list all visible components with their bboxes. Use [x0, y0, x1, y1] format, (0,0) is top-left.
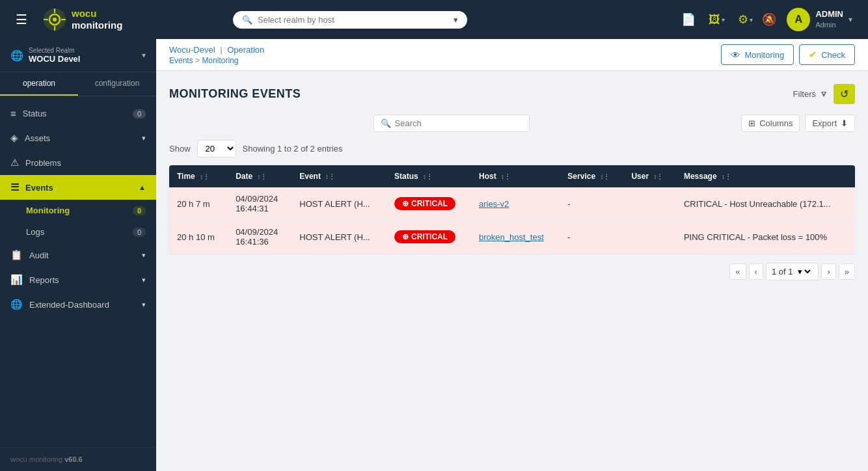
breadcrumb-sub1[interactable]: Events	[169, 56, 193, 65]
eye-icon: 👁	[731, 49, 740, 61]
cell-host-1[interactable]: broken_host_test	[471, 221, 560, 254]
sidebar-item-status-label: Status	[23, 109, 47, 118]
monitoring-button[interactable]: 👁 Monitoring	[721, 44, 794, 65]
cell-host-0[interactable]: aries-v2	[471, 187, 560, 221]
status-badge-1: ⊕ CRITICAL	[394, 230, 455, 243]
assets-chevron-icon: ▾	[142, 134, 146, 142]
gear-chevron-icon: ▾	[750, 16, 753, 23]
message-sort-icon[interactable]: ↕⋮	[722, 173, 731, 180]
refresh-button[interactable]: ↺	[834, 84, 855, 104]
problems-icon: ⚠	[10, 157, 19, 168]
cell-user-0	[623, 187, 675, 221]
col-status: Status ↕⋮	[387, 165, 471, 187]
pagination-first-button[interactable]: «	[729, 263, 746, 280]
status-sort-icon[interactable]: ↕⋮	[423, 173, 433, 180]
col-service: Service ↕⋮	[560, 165, 623, 187]
pagination-select[interactable]: ▾	[795, 266, 813, 277]
pagination-last-button[interactable]: »	[839, 263, 855, 280]
realm-search-input[interactable]	[258, 15, 448, 25]
cell-date-1: 04/09/202416:41:36	[228, 221, 292, 254]
tab-operation[interactable]: operation	[0, 72, 78, 96]
check-button[interactable]: ✔ Check	[799, 44, 855, 65]
host-link-1[interactable]: broken_host_test	[479, 232, 544, 242]
user-role: Admin	[815, 20, 843, 29]
page-header: MONITORING EVENTS Filters ⛛ ↺	[169, 84, 855, 104]
sidebar-subitem-logs[interactable]: Logs 0	[0, 221, 156, 243]
gear-button[interactable]: ⚙ ▾	[734, 10, 757, 29]
realm-chevron-icon: ▾	[454, 15, 458, 25]
gallery-button[interactable]: 🖼 ▾	[705, 10, 729, 29]
main-content: MONITORING EVENTS Filters ⛛ ↺ 🔍	[156, 71, 868, 293]
realm-selector[interactable]: 🌐 Selected Realm WOCU Devel ▾	[0, 39, 156, 72]
pagination-next-button[interactable]: ›	[821, 263, 835, 280]
ext-dashboard-icon: 🌐	[10, 299, 23, 310]
avatar: A	[787, 8, 810, 31]
col-time: Time ↕⋮	[169, 165, 228, 187]
realm-search[interactable]: 🔍 ▾	[233, 11, 467, 29]
cell-service-0: -	[560, 187, 623, 221]
cell-time-1: 20 h 10 m	[169, 221, 228, 254]
subheader-buttons: 👁 Monitoring ✔ Check	[721, 44, 855, 65]
col-date: Date ↕⋮	[228, 165, 292, 187]
show-select[interactable]: 20 50 100	[197, 140, 236, 157]
pagination-prev-button[interactable]: ‹	[749, 263, 763, 280]
sidebar-item-assets[interactable]: ◈ Assets ▾	[0, 126, 156, 150]
cell-service-1: -	[560, 221, 623, 254]
sidebar-subitem-monitoring[interactable]: Monitoring 0	[0, 200, 156, 221]
refresh-icon: ↺	[840, 88, 848, 100]
tab-configuration[interactable]: configuration	[78, 72, 156, 96]
hamburger-button[interactable]: ☰	[10, 9, 33, 30]
table-header-row: Time ↕⋮ Date ↕⋮ Event ↕⋮ Status ↕⋮ Host …	[169, 165, 855, 187]
status-icon: ≡	[10, 108, 16, 119]
sidebar-item-extended-dashboard[interactable]: 🌐 Extended-Dashboard ▾	[0, 292, 156, 317]
sidebar-item-audit[interactable]: 📋 Audit ▾	[0, 243, 156, 267]
sidebar-item-audit-label: Audit	[29, 250, 49, 260]
sidebar-item-problems[interactable]: ⚠ Problems	[0, 150, 156, 175]
user-menu[interactable]: A ADMIN Admin ▾	[781, 5, 858, 34]
table-toolbar: 🔍 ⊞ Columns Export ⬇	[169, 114, 855, 132]
search-input[interactable]	[395, 118, 522, 128]
host-link-0[interactable]: aries-v2	[479, 199, 509, 209]
event-sort-icon[interactable]: ↕⋮	[325, 173, 335, 180]
sidebar-item-assets-label: Assets	[25, 133, 50, 143]
sidebar-nav: ≡ Status 0 ◈ Assets ▾ ⚠ Problems ☰ Event…	[0, 96, 156, 447]
columns-icon: ⊞	[748, 118, 755, 128]
host-sort-icon[interactable]: ↕⋮	[501, 173, 511, 180]
gallery-icon: 🖼	[709, 13, 720, 27]
sidebar-item-reports[interactable]: 📊 Reports ▾	[0, 267, 156, 292]
events-icon: ☰	[10, 182, 19, 193]
date-sort-icon[interactable]: ↕⋮	[257, 173, 267, 180]
pagination-bar: « ‹ 1 of 1 ▾ › »	[169, 263, 855, 280]
download-icon: ⬇	[841, 118, 848, 128]
breadcrumb: Wocu-Devel | Operation Events > Monitori…	[169, 45, 264, 65]
cell-message-1: PING CRITICAL - Packet loss = 100%	[676, 221, 855, 254]
breadcrumb-sub2[interactable]: Monitoring	[202, 56, 238, 65]
topnav-icons: 📄 🖼 ▾ ⚙ ▾ 🔕 A ADMIN Admin ▾	[677, 5, 858, 34]
bell-crossed-icon: 🔕	[762, 12, 776, 27]
check-icon: ✔	[809, 49, 817, 61]
status-badge: 0	[133, 109, 146, 118]
user-sort-icon[interactable]: ↕⋮	[653, 173, 663, 180]
export-label: Export	[812, 118, 837, 128]
service-sort-icon[interactable]: ↕⋮	[600, 173, 610, 180]
audit-icon: 📋	[10, 249, 23, 261]
search-box[interactable]: 🔍	[373, 114, 530, 132]
time-sort-icon[interactable]: ↕⋮	[200, 173, 210, 180]
sidebar-item-events[interactable]: ☰ Events ▲	[0, 175, 156, 200]
columns-button[interactable]: ⊞ Columns	[741, 114, 800, 132]
monitoring-button-label: Monitoring	[744, 50, 784, 60]
subheader: Wocu-Devel | Operation Events > Monitori…	[156, 39, 868, 71]
logs-badge: 0	[133, 228, 146, 237]
logs-label: Logs	[26, 227, 44, 237]
breadcrumb-root[interactable]: Wocu-Devel	[169, 45, 215, 55]
gear-icon: ⚙	[738, 12, 748, 27]
export-button[interactable]: Export ⬇	[805, 114, 855, 132]
filters-button[interactable]: Filters ⛛	[793, 89, 828, 99]
doc-button[interactable]: 📄	[677, 10, 699, 29]
table-body: 20 h 7 m 04/09/202416:44:31 HOST ALERT (…	[169, 187, 855, 254]
breadcrumb-section[interactable]: Operation	[227, 45, 264, 55]
content-area: Wocu-Devel | Operation Events > Monitori…	[156, 39, 868, 471]
audit-chevron-icon: ▾	[142, 251, 146, 260]
sidebar-item-status[interactable]: ≡ Status 0	[0, 101, 156, 126]
page-header-actions: Filters ⛛ ↺	[793, 84, 855, 104]
